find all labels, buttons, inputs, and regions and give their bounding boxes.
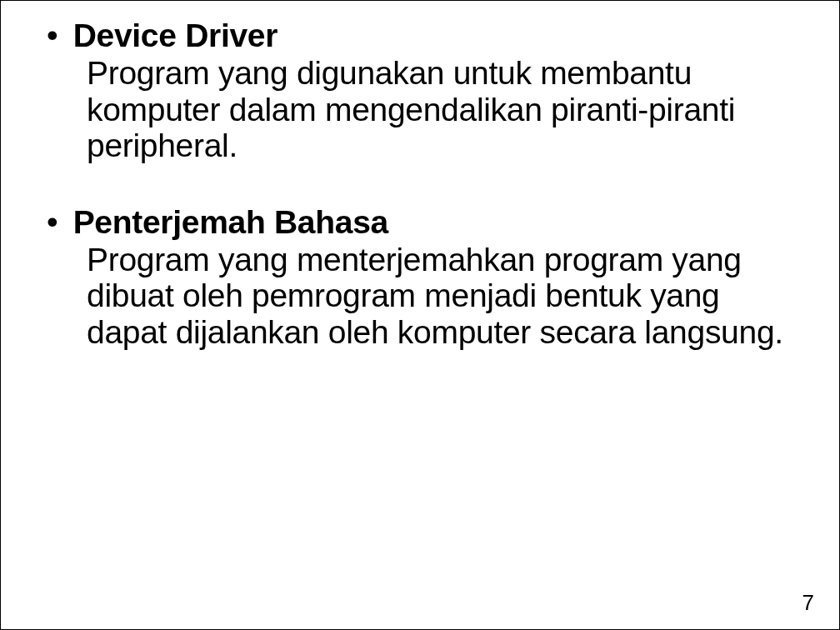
bullet-title: Penterjemah Bahasa <box>73 204 802 242</box>
list-item: • Penterjemah Bahasa Program yang menter… <box>47 204 802 351</box>
bullet-content: Device Driver <box>73 18 802 55</box>
list-item: • Device Driver Program yang digunakan u… <box>47 18 802 164</box>
bullet-title: Device Driver <box>73 18 802 55</box>
slide-frame: • Device Driver Program yang digunakan u… <box>0 0 840 630</box>
bullet-icon: • <box>47 204 58 242</box>
slide-content: • Device Driver Program yang digunakan u… <box>47 18 802 351</box>
bullet-row: • Device Driver <box>47 18 802 55</box>
bullet-body: Program yang menterjemahkan program yang… <box>87 242 802 351</box>
bullet-icon: • <box>47 18 58 55</box>
bullet-body: Program yang digunakan untuk membantu ko… <box>87 55 802 164</box>
bullet-content: Penterjemah Bahasa <box>73 204 802 242</box>
page-number: 7 <box>802 590 814 616</box>
bullet-row: • Penterjemah Bahasa <box>47 204 802 242</box>
